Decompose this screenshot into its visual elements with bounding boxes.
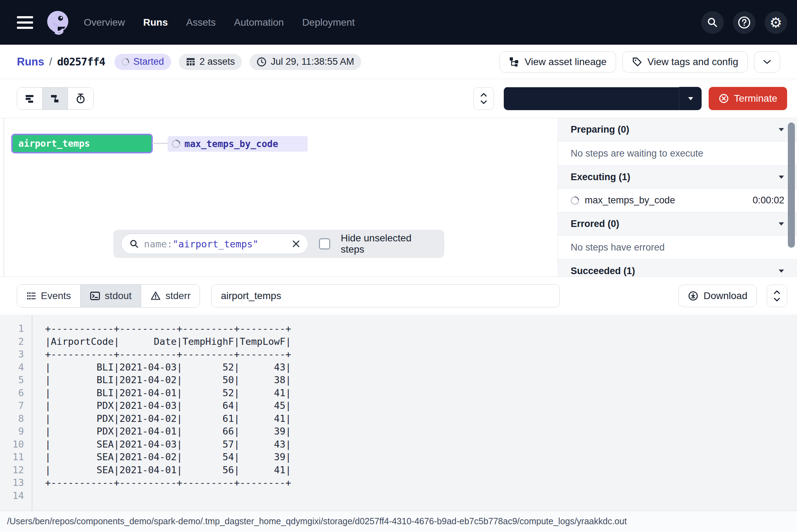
view-mode-timer-button[interactable] <box>68 88 93 109</box>
preparing-empty-message: No steps are waiting to execute <box>558 141 797 165</box>
expand-logs-button[interactable] <box>767 285 787 307</box>
nav-item-runs[interactable]: Runs <box>143 17 168 28</box>
settings-button[interactable]: ⚙ <box>765 11 787 34</box>
dagster-logo[interactable] <box>44 8 72 37</box>
view-mode-flat-button[interactable] <box>17 88 43 109</box>
tab-stdout-label: stdout <box>105 290 132 302</box>
section-header-succeeded[interactable]: Succeeded (1) <box>558 259 797 277</box>
line-number-gutter: 12 34 56 78 910 1112 1314 <box>0 315 32 511</box>
more-actions-button[interactable] <box>754 51 780 72</box>
primary-nav: Overview Runs Assets Automation Deployme… <box>84 17 355 28</box>
breadcrumb-runs-link[interactable]: Runs <box>17 56 44 68</box>
caret-down-icon <box>778 128 784 132</box>
search-button[interactable] <box>701 11 724 34</box>
filter-value: "airport_temps" <box>172 239 258 249</box>
stdout-log-viewer[interactable]: 12 34 56 78 910 1112 1314 +-----------+-… <box>0 315 797 511</box>
run-status-badge[interactable]: Started <box>114 54 171 70</box>
panel-scrollbar[interactable] <box>788 122 795 248</box>
nav-item-deployment[interactable]: Deployment <box>302 17 354 28</box>
log-type-tabs: Events stdout stderr <box>17 284 200 308</box>
terminate-button[interactable]: Terminate <box>709 87 787 110</box>
log-line: +-----------+----------+---------+------… <box>45 348 291 361</box>
section-header-preparing[interactable]: Preparing (0) <box>558 118 797 141</box>
run-steps-panel: Preparing (0) No steps are waiting to ex… <box>558 118 797 277</box>
section-title: Preparing (0) <box>571 124 629 135</box>
log-line: | PDX|2021-04-02| 61| 41| <box>45 412 291 425</box>
log-line: | BLI|2021-04-01| 52| 41| <box>45 387 291 400</box>
executing-step-elapsed: 0:00:02 <box>753 195 784 206</box>
log-line: | SEA|2021-04-02| 54| 39| <box>45 451 291 464</box>
re-execute-split-button: Re-execute (name:"airport_temps") <box>504 87 702 110</box>
warning-icon <box>150 291 161 301</box>
log-line: | SEA|2021-04-03| 57| 43| <box>45 438 291 451</box>
event-list-icon <box>26 291 36 301</box>
view-tags-config-label: View tags and config <box>647 56 738 68</box>
view-mode-waterfall-button[interactable] <box>43 88 68 109</box>
log-line: | PDX|2021-04-03| 64| 45| <box>45 399 291 412</box>
gantt-graph-area[interactable]: airport_temps max_temps_by_code name:"ai… <box>0 118 558 277</box>
logs-toolbar: Events stdout stderr airport_temps <box>0 277 797 315</box>
log-text: +-----------+----------+---------+------… <box>32 315 291 511</box>
expand-vertical-icon <box>773 290 781 302</box>
view-tags-config-button[interactable]: View tags and config <box>622 51 748 72</box>
log-line: | PDX|2021-04-01| 66| 39| <box>45 425 291 438</box>
tab-events[interactable]: Events <box>17 285 81 307</box>
re-execute-dropdown-button[interactable] <box>679 87 702 110</box>
clear-filter-icon[interactable] <box>292 240 300 248</box>
nav-item-assets[interactable]: Assets <box>186 17 216 28</box>
step-filter-query: name:"airport_temps" <box>144 239 258 249</box>
run-timestamp-label: Jul 29, 11:38:55 AM <box>271 56 354 67</box>
log-line: |AirportCode| Date|TempHighF|TempLowF| <box>45 335 291 348</box>
view-asset-lineage-button[interactable]: View asset lineage <box>500 51 616 72</box>
run-gantt-section: airport_temps max_temps_by_code name:"ai… <box>0 118 797 277</box>
tab-stdout[interactable]: stdout <box>81 285 141 307</box>
section-header-errored[interactable]: Errored (0) <box>558 212 797 235</box>
view-asset-lineage-label: View asset lineage <box>525 56 607 68</box>
log-file-path-bar: /Users/ben/repos/components_demo/spark-d… <box>0 511 797 532</box>
re-execute-button[interactable]: Re-execute (name:"airport_temps") <box>504 87 679 110</box>
waterfall-gantt-icon <box>50 93 61 104</box>
step-node-label: max_temps_by_code <box>184 139 278 149</box>
expand-vertical-icon <box>480 93 488 104</box>
step-node-airport-temps[interactable]: airport_temps <box>11 134 153 153</box>
spinner-icon <box>569 195 581 207</box>
download-button[interactable]: Download <box>678 285 757 307</box>
section-header-executing[interactable]: Executing (1) <box>558 165 797 189</box>
tab-events-label: Events <box>41 290 71 302</box>
hamburger-menu-icon[interactable] <box>17 16 33 29</box>
run-timestamp-badge: Jul 29, 11:38:55 AM <box>250 54 361 70</box>
assets-count-badge[interactable]: 2 assets <box>179 54 242 70</box>
log-file-path: /Users/ben/repos/components_demo/spark-d… <box>7 516 627 526</box>
filter-prefix: name: <box>144 239 172 249</box>
tab-stderr[interactable]: stderr <box>141 285 200 307</box>
step-node-max-temps-by-code[interactable]: max_temps_by_code <box>168 136 308 152</box>
step-node-label: airport_temps <box>18 138 90 149</box>
search-icon <box>707 17 718 28</box>
hide-unselected-checkbox[interactable] <box>319 238 330 249</box>
section-title: Errored (0) <box>571 218 619 229</box>
executing-step-row[interactable]: max_temps_by_code 0:00:02 <box>558 189 797 212</box>
log-step-selector-value: airport_temps <box>221 290 281 302</box>
log-line: +-----------+----------+---------+------… <box>45 476 291 489</box>
nav-item-overview[interactable]: Overview <box>84 17 125 28</box>
zoom-fit-button[interactable] <box>473 87 494 110</box>
caret-down-icon <box>688 97 694 101</box>
executing-step-name: max_temps_by_code <box>585 195 675 206</box>
step-filter-input[interactable]: name:"airport_temps" <box>121 234 308 254</box>
tab-stderr-label: stderr <box>165 290 191 302</box>
run-toolbar: Re-execute (name:"airport_temps") Termin… <box>0 79 797 118</box>
terminal-icon <box>90 291 100 301</box>
breadcrumb-separator: / <box>49 56 52 68</box>
clock-icon <box>257 57 266 67</box>
log-line: +-----------+----------+---------+------… <box>45 322 291 335</box>
help-button[interactable] <box>733 11 755 34</box>
log-step-selector[interactable]: airport_temps <box>211 284 560 308</box>
stopwatch-icon <box>75 93 86 104</box>
caret-down-icon <box>778 269 784 273</box>
nav-item-automation[interactable]: Automation <box>234 17 284 28</box>
caret-down-icon <box>778 175 784 179</box>
spinner-icon <box>170 138 182 150</box>
grid-icon <box>186 57 195 66</box>
help-icon <box>737 15 751 30</box>
flat-gantt-icon <box>25 93 35 104</box>
